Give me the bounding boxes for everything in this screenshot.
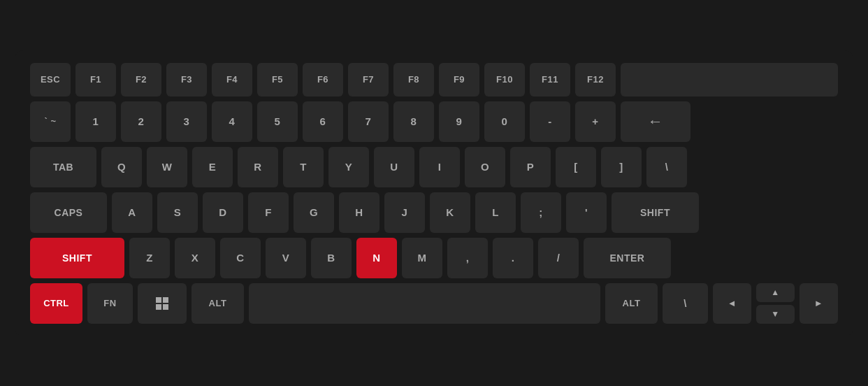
key-4[interactable]: 4 xyxy=(212,101,252,142)
key-f10[interactable]: F10 xyxy=(484,63,525,96)
key-y[interactable]: Y xyxy=(328,147,369,187)
windows-icon xyxy=(156,297,168,310)
key-ctrl[interactable]: CTRL xyxy=(30,283,82,324)
num-row: ` ~ 1 2 3 4 5 6 7 8 9 0 - + ← xyxy=(30,101,838,142)
key-period[interactable]: . xyxy=(493,238,533,278)
key-h[interactable]: H xyxy=(339,192,379,233)
key-comma[interactable]: , xyxy=(447,238,488,278)
key-apostrophe[interactable]: ' xyxy=(566,192,607,233)
key-slash[interactable]: / xyxy=(538,238,579,278)
key-s[interactable]: S xyxy=(157,192,198,233)
key-8[interactable]: 8 xyxy=(393,101,434,142)
keyboard: Esc F1 F2 F3 F4 F5 F6 F7 F8 F9 F10 F11 F… xyxy=(15,50,853,336)
shift-row: SHIFT Z X C V B N M , . / ENTER xyxy=(30,238,838,278)
key-backslash-right[interactable]: \ xyxy=(663,283,708,324)
key-caps[interactable]: CAPS xyxy=(30,192,107,233)
key-semicolon[interactable]: ; xyxy=(521,192,561,233)
key-lbracket[interactable]: [ xyxy=(556,147,596,187)
key-alt-right[interactable]: ALT xyxy=(605,283,658,324)
key-win[interactable] xyxy=(138,283,187,324)
key-w[interactable]: W xyxy=(147,147,187,187)
key-shift-right[interactable]: SHIFT xyxy=(612,192,699,233)
caps-row: CAPS A S D F G H J K L ; ' SHIFT xyxy=(30,192,838,233)
key-u[interactable]: U xyxy=(374,147,414,187)
key-c[interactable]: C xyxy=(220,238,261,278)
key-blank-fn[interactable] xyxy=(621,63,838,96)
key-f11[interactable]: F11 xyxy=(530,63,570,96)
key-b[interactable]: B xyxy=(311,238,352,278)
key-arrow-down[interactable]: ▼ xyxy=(756,305,795,324)
key-f9[interactable]: F9 xyxy=(439,63,479,96)
key-t[interactable]: T xyxy=(283,147,324,187)
key-alt-left[interactable]: ALT xyxy=(191,283,244,324)
key-j[interactable]: J xyxy=(384,192,425,233)
key-minus[interactable]: - xyxy=(530,101,570,142)
key-m[interactable]: M xyxy=(402,238,442,278)
key-a[interactable]: A xyxy=(112,192,152,233)
key-z[interactable]: Z xyxy=(129,238,170,278)
key-k[interactable]: K xyxy=(430,192,470,233)
key-backspace[interactable]: ← xyxy=(621,101,690,142)
key-fn[interactable]: FN xyxy=(87,283,133,324)
key-f8[interactable]: F8 xyxy=(393,63,434,96)
key-shift-left[interactable]: SHIFT xyxy=(30,238,124,278)
key-i[interactable]: I xyxy=(419,147,460,187)
key-f7[interactable]: F7 xyxy=(348,63,389,96)
key-f1[interactable]: F1 xyxy=(75,63,116,96)
key-f3[interactable]: F3 xyxy=(166,63,207,96)
key-arrow-up[interactable]: ▲ xyxy=(756,283,795,302)
key-v[interactable]: V xyxy=(266,238,306,278)
key-rbracket[interactable]: ] xyxy=(601,147,642,187)
key-f12[interactable]: F12 xyxy=(575,63,616,96)
key-enter[interactable]: ENTER xyxy=(584,238,671,278)
key-0[interactable]: 0 xyxy=(484,101,525,142)
key-q[interactable]: Q xyxy=(101,147,142,187)
key-tab[interactable]: TAB xyxy=(30,147,96,187)
ctrl-row: CTRL FN ALT ALT \ ◄ ▲ ▼ ► xyxy=(30,283,838,324)
key-f4[interactable]: F4 xyxy=(212,63,252,96)
key-6[interactable]: 6 xyxy=(303,101,343,142)
key-3[interactable]: 3 xyxy=(166,101,207,142)
key-e[interactable]: E xyxy=(192,147,233,187)
key-d[interactable]: D xyxy=(203,192,243,233)
key-2[interactable]: 2 xyxy=(121,101,161,142)
key-r[interactable]: R xyxy=(238,147,278,187)
key-space[interactable] xyxy=(249,283,600,324)
key-arrow-left[interactable]: ◄ xyxy=(713,283,751,324)
key-x[interactable]: X xyxy=(175,238,215,278)
key-l[interactable]: L xyxy=(475,192,516,233)
arrow-ud-container: ▲ ▼ xyxy=(756,283,795,324)
key-7[interactable]: 7 xyxy=(348,101,389,142)
fn-row: Esc F1 F2 F3 F4 F5 F6 F7 F8 F9 F10 F11 F… xyxy=(30,63,838,96)
key-f2[interactable]: F2 xyxy=(121,63,161,96)
key-esc[interactable]: Esc xyxy=(30,63,71,96)
key-plus[interactable]: + xyxy=(575,101,616,142)
key-p[interactable]: P xyxy=(510,147,551,187)
key-f5[interactable]: F5 xyxy=(257,63,298,96)
key-g[interactable]: G xyxy=(294,192,334,233)
key-9[interactable]: 9 xyxy=(439,101,479,142)
key-arrow-right[interactable]: ► xyxy=(800,283,838,324)
key-o[interactable]: O xyxy=(465,147,505,187)
key-f[interactable]: F xyxy=(248,192,289,233)
key-backtick[interactable]: ` ~ xyxy=(30,101,71,142)
tab-row: TAB Q W E R T Y U I O P [ ] \ xyxy=(30,147,838,187)
key-1[interactable]: 1 xyxy=(75,101,116,142)
key-f6[interactable]: F6 xyxy=(303,63,343,96)
key-n[interactable]: N xyxy=(356,238,397,278)
key-backslash[interactable]: \ xyxy=(646,147,687,187)
key-5[interactable]: 5 xyxy=(257,101,298,142)
